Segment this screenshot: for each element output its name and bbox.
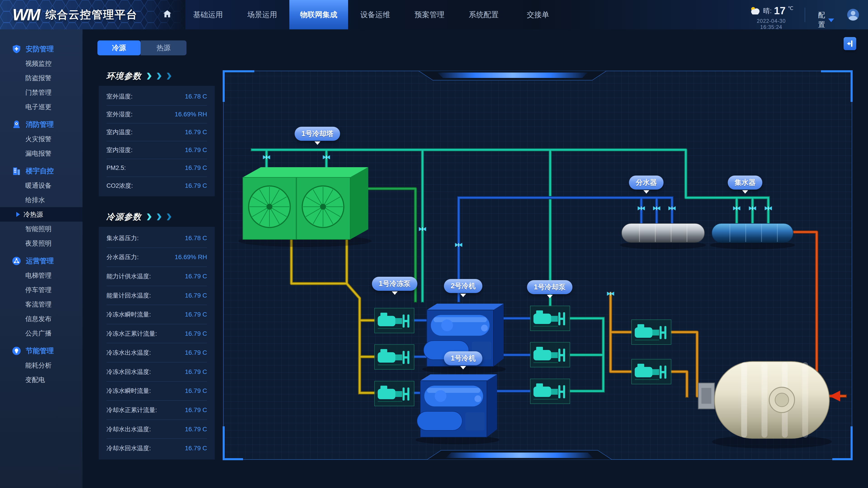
param-row: 室外温度:16.78 C	[106, 88, 207, 105]
label-chiller-2[interactable]: 2号冷机	[444, 279, 483, 293]
label-chilled-pump[interactable]: 1号冷冻泵	[372, 277, 417, 291]
condenser-pumps[interactable]	[631, 320, 671, 384]
env-section-title: 环境参数	[106, 70, 171, 82]
sidebar-item-passenger-flow[interactable]: 客流管理	[0, 297, 83, 312]
sidebar-item-energy-analysis[interactable]: 能耗分析	[0, 358, 83, 372]
param-row: 能力计供水温度:16.79 C	[106, 267, 207, 286]
label-cooling-tower[interactable]: 1号冷却塔	[294, 127, 340, 141]
weather-widget: 晴: 17 ℃ 2022-04-30 16:35:24	[749, 5, 794, 30]
nav-item-device-ops[interactable]: 设备运维	[348, 0, 402, 29]
param-row: CO2浓度:16.79 C	[106, 177, 207, 195]
sidebar-item-elevator[interactable]: 电梯管理	[0, 268, 83, 283]
pipe-yellow	[291, 239, 377, 393]
building-icon	[12, 166, 21, 176]
source-tabs: 冷源 热源	[97, 40, 186, 55]
nav-item-plan[interactable]: 预案管理	[402, 0, 457, 29]
logo: WM 综合云控管理平台	[12, 0, 138, 29]
nav-item-system-config[interactable]: 系统配置	[457, 0, 511, 29]
param-row: 室内湿度:16.79 C	[106, 141, 207, 159]
sidebar-section-security[interactable]: 安防管理	[0, 42, 83, 56]
sidebar-section-fire[interactable]: 消防管理	[0, 117, 83, 132]
param-row: 冷却水正累计流量:16.79 C	[106, 400, 207, 420]
sidebar-item-patrol[interactable]: 电子巡更	[0, 100, 83, 114]
sidebar-item-video-monitor[interactable]: 视频监控	[0, 56, 83, 71]
sidebar-item-burglar-alarm[interactable]: 防盗报警	[0, 71, 83, 85]
storage-tank[interactable]	[698, 361, 832, 449]
shield-icon	[12, 44, 21, 54]
tab-heat-source[interactable]: 热源	[141, 40, 186, 55]
sidebar-item-hvac[interactable]: 暖通设备	[0, 178, 83, 193]
cold-section-title: 冷源参数	[106, 211, 171, 223]
home-icon	[163, 9, 172, 20]
sidebar-section-label: 安防管理	[26, 44, 54, 54]
frame-corner-bottom-left	[223, 426, 243, 460]
frame-corner-top-right	[821, 70, 852, 102]
sidebar-item-info-release[interactable]: 信息发布	[0, 312, 83, 326]
hydrant-icon	[12, 120, 21, 129]
chiller-1[interactable]	[416, 375, 499, 445]
sidebar-item-night-lighting[interactable]: 夜景照明	[0, 236, 83, 251]
sidebar-section-label: 消防管理	[26, 120, 54, 129]
weather-condition: 晴:	[763, 5, 772, 17]
param-row: 冷却水出水温度:16.79 C	[106, 420, 207, 439]
chevrons-icon	[147, 73, 151, 79]
avatar[interactable]	[847, 9, 859, 21]
weather-temp: 17	[774, 5, 785, 16]
collapse-panel-button[interactable]	[844, 37, 856, 50]
sidebar-item-cooling-heat-source[interactable]: 冷热源	[0, 207, 83, 222]
logo-mark: WM	[12, 5, 39, 24]
cooling-tower[interactable]	[238, 167, 372, 247]
hvac-diagram: 1号冷却塔 分水器 集水器 1号冷冻泵 2号冷机 1号冷却泵 1号冷机	[223, 71, 852, 460]
label-manifold[interactable]: 分水器	[629, 175, 664, 190]
config-menu[interactable]: 配置	[818, 10, 834, 29]
sidebar-item-access-control[interactable]: 门禁管理	[0, 85, 83, 100]
avatar-body	[848, 16, 858, 21]
param-row: PM2.5:16.79 C	[106, 159, 207, 177]
param-row: 室外湿度:16.69% RH	[106, 105, 207, 123]
nav-home[interactable]	[154, 0, 181, 29]
section-title-text: 冷源参数	[106, 211, 142, 223]
active-arrow-icon	[16, 212, 20, 217]
param-row: 能量计回水温度:16.79 C	[106, 286, 207, 305]
nav-item-handover[interactable]: 交接单	[511, 0, 565, 29]
param-row: 冷冻水正累计流量:16.79 C	[106, 324, 207, 343]
frame-notch-top	[418, 71, 607, 82]
nav-item-scene[interactable]: 场景运用	[235, 0, 289, 29]
frame-notch-bottom	[427, 449, 612, 460]
sidebar-section-operations[interactable]: 运营管理	[0, 254, 83, 268]
sidebar-section-building-automation[interactable]: 楼宇自控	[0, 164, 83, 178]
fan-left	[249, 186, 290, 228]
sidebar-item-leakage-alarm[interactable]: 漏电报警	[0, 146, 83, 161]
sidebar-item-water-drainage[interactable]: 给排水	[0, 193, 83, 207]
tab-cold-source[interactable]: 冷源	[97, 40, 141, 55]
nav-item-basic[interactable]: 基础运用	[181, 0, 235, 29]
param-row: 冷却水回水温度:16.79 C	[106, 438, 207, 458]
sidebar-item-parking[interactable]: 停车管理	[0, 283, 83, 297]
sidebar-section-energy[interactable]: 节能管理	[0, 344, 83, 358]
sidebar-item-public-broadcast[interactable]: 公共广播	[0, 326, 83, 340]
avatar-head	[851, 11, 855, 15]
label-chiller-1[interactable]: 1号冷机	[444, 351, 483, 365]
sidebar-item-power-distribution[interactable]: 变配电	[0, 372, 83, 387]
manifold-tank[interactable]	[620, 223, 706, 249]
collector-tank[interactable]	[710, 223, 795, 249]
chevrons-icon	[147, 214, 151, 220]
frame-corner-top-left	[223, 70, 254, 102]
sidebar-item-smart-lighting[interactable]: 智能照明	[0, 222, 83, 236]
cold-source-params-panel: 集水器压力:16.78 C 分水器压力:16.69% RH 能力计供水温度:16…	[99, 227, 215, 459]
chilled-water-pumps[interactable]	[375, 308, 414, 406]
nav-item-iot[interactable]: 物联网集成	[289, 0, 348, 29]
cooling-water-pumps[interactable]	[530, 306, 570, 404]
chevron-down-icon	[828, 19, 834, 22]
sidebar-item-fire-alarm[interactable]: 火灾报警	[0, 132, 83, 146]
label-collector[interactable]: 集水器	[728, 175, 763, 190]
param-row: 冷冻水瞬时流量:16.79 C	[106, 305, 207, 324]
header-divider	[805, 8, 805, 22]
sidebar: 安防管理 视频监控 防盗报警 门禁管理 电子巡更 消防管理 火灾报警 漏电报警 …	[0, 29, 83, 488]
top-header: WM 综合云控管理平台 基础运用 场景运用 物联网集成 设备运维 预案管理 系统…	[0, 0, 868, 29]
main-nav: 基础运用 场景运用 物联网集成 设备运维 预案管理 系统配置 交接单	[154, 0, 565, 29]
pipe-cone	[829, 391, 840, 401]
param-row: 冷冻水出水温度:16.79 C	[106, 343, 207, 362]
label-cooling-pump[interactable]: 1号冷却泵	[527, 280, 572, 294]
param-row: 冷冻水回水温度:16.79 C	[106, 362, 207, 381]
